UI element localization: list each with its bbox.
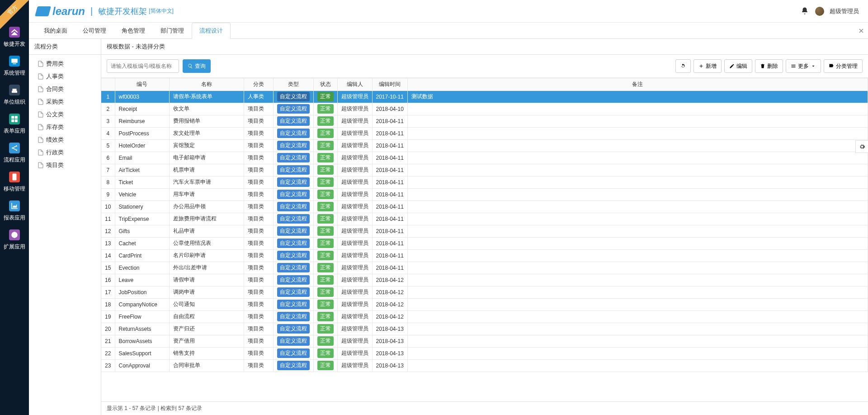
- bell-icon[interactable]: [801, 7, 810, 16]
- tab-4[interactable]: 流程设计: [192, 23, 231, 39]
- brand-name: learun: [52, 5, 85, 18]
- tabs: 我的桌面公司管理角色管理部门管理流程设计: [29, 23, 868, 39]
- tab-0[interactable]: 我的桌面: [36, 23, 75, 38]
- logo[interactable]: learun: [36, 5, 85, 18]
- logo-mark-icon: [35, 6, 51, 16]
- top-header: learun | 敏捷开发框架 [简体中文] 超级管理员: [0, 0, 868, 23]
- divider: |: [90, 6, 93, 16]
- brand-subtitle: 敏捷开发框架: [98, 6, 147, 17]
- tabs-close-icon[interactable]: [854, 23, 868, 38]
- tab-1[interactable]: 公司管理: [75, 23, 114, 38]
- username[interactable]: 超级管理员: [830, 7, 859, 15]
- official-ribbon: 官方: [0, 0, 32, 32]
- lang-switch[interactable]: [简体中文]: [149, 7, 174, 15]
- tab-2[interactable]: 角色管理: [114, 23, 153, 38]
- avatar[interactable]: [815, 7, 824, 16]
- tab-3[interactable]: 部门管理: [153, 23, 192, 38]
